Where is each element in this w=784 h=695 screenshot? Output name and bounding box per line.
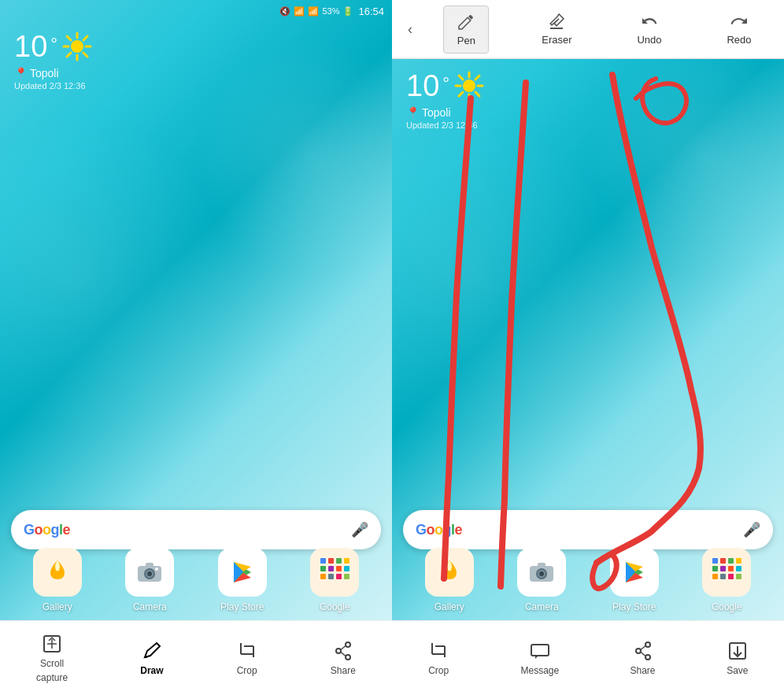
- weather-updated: Updated 2/3 12:36: [14, 81, 94, 91]
- svg-line-6: [83, 53, 87, 57]
- save-icon-right: [727, 640, 749, 662]
- status-bar-left: 🔇 📶 📶 53% 🔋 16:54: [0, 0, 392, 22]
- message-tool-right[interactable]: Message: [511, 634, 568, 682]
- battery-icon: 🔋: [342, 6, 353, 17]
- share-label-right: Share: [630, 665, 655, 676]
- degree-symbol: °: [50, 35, 57, 55]
- temp-value: 10: [14, 30, 47, 64]
- degree-symbol-right: °: [442, 74, 449, 94]
- svg-rect-65: [728, 574, 734, 579]
- crop-tool-right[interactable]: Crop: [418, 634, 459, 682]
- mute-icon: 🔇: [279, 6, 290, 17]
- save-label-right: Save: [727, 665, 748, 676]
- message-label-right: Message: [520, 665, 559, 676]
- svg-rect-24: [328, 574, 334, 579]
- draw-tool[interactable]: Draw: [131, 634, 172, 682]
- crop-tool-left[interactable]: Crop: [227, 634, 268, 682]
- svg-point-74: [645, 655, 650, 660]
- app-grid-right: Gallery Camera: [403, 548, 773, 612]
- pen-icon: [457, 13, 475, 31]
- app-gallery-left[interactable]: Gallery: [26, 548, 89, 612]
- eraser-tool[interactable]: Eraser: [529, 6, 584, 54]
- location-row-right: 📍 Topoli: [406, 106, 486, 119]
- redo-tool[interactable]: Redo: [714, 6, 764, 54]
- scroll-capture-tool[interactable]: Scroll capture: [27, 627, 77, 689]
- pen-label: Pen: [457, 35, 475, 46]
- camera-label-right: Camera: [525, 601, 559, 612]
- camera-label-left: Camera: [133, 601, 167, 612]
- undo-label: Undo: [637, 34, 661, 46]
- share-icon-right: [632, 640, 654, 662]
- svg-line-48: [475, 76, 479, 79]
- svg-rect-26: [344, 574, 349, 579]
- app-camera-right[interactable]: Camera: [510, 548, 573, 612]
- svg-line-7: [83, 36, 87, 40]
- pen-tool[interactable]: Pen: [443, 6, 489, 54]
- svg-line-46: [459, 76, 463, 79]
- svg-rect-59: [712, 566, 718, 571]
- playstore-icon-right: [610, 548, 659, 597]
- svg-rect-21: [336, 566, 342, 571]
- location-pin-icon: 📍: [14, 67, 28, 79]
- location-pin-icon-right: 📍: [406, 106, 420, 119]
- right-panel: ‹ Pen Eraser Undo: [392, 0, 784, 695]
- screenshot-toolbar-right: Crop Message Share S: [392, 620, 784, 695]
- app-playstore-left[interactable]: Play Store: [211, 548, 274, 612]
- undo-tool[interactable]: Undo: [624, 6, 674, 54]
- playstore-icon-left: [218, 548, 267, 597]
- location-name-right: Topoli: [422, 106, 451, 119]
- eraser-icon: [547, 12, 566, 31]
- svg-rect-55: [712, 558, 718, 564]
- google-apps-label-right: Google: [712, 601, 742, 612]
- svg-point-37: [346, 655, 350, 660]
- top-toolbar-right: ‹ Pen Eraser Undo: [392, 0, 784, 59]
- gallery-label-right: Gallery: [435, 601, 464, 612]
- svg-rect-57: [728, 558, 734, 564]
- toolbar-back-btn[interactable]: ‹: [392, 21, 423, 38]
- app-google-left[interactable]: Google: [303, 548, 366, 612]
- svg-rect-61: [728, 566, 734, 571]
- save-tool-right[interactable]: Save: [717, 634, 758, 682]
- svg-line-49: [459, 92, 463, 96]
- camera-icon-left: [125, 548, 174, 597]
- google-apps-icon-left: [310, 548, 359, 597]
- playstore-label-right: Play Store: [612, 601, 656, 612]
- google-search-bar-right[interactable]: Google 🎤: [403, 510, 773, 549]
- app-grid-left: Gallery Camera: [11, 548, 381, 612]
- share-label-left: Share: [331, 665, 356, 676]
- mic-icon-left[interactable]: 🎤: [351, 521, 368, 538]
- message-icon-right: [529, 640, 551, 662]
- svg-rect-56: [720, 558, 726, 564]
- app-playstore-right[interactable]: Play Store: [603, 548, 666, 612]
- svg-point-41: [463, 79, 475, 92]
- battery-text: 53%: [322, 6, 339, 16]
- wifi-icon: 📶: [294, 6, 305, 17]
- svg-rect-60: [720, 566, 726, 571]
- svg-rect-16: [328, 558, 334, 564]
- share-tool-right[interactable]: Share: [620, 634, 664, 682]
- svg-rect-13: [146, 563, 153, 567]
- mic-icon-right[interactable]: 🎤: [743, 521, 760, 538]
- weather-widget-left: 10 ° 📍 Topoli Updated 2/3 12:3: [14, 30, 94, 91]
- share-tool-left[interactable]: Share: [321, 634, 365, 682]
- app-camera-left[interactable]: Camera: [118, 548, 181, 612]
- crop-icon-right: [427, 640, 449, 662]
- google-search-bar-left[interactable]: Google 🎤: [11, 510, 381, 549]
- app-gallery-right[interactable]: Gallery: [418, 548, 481, 612]
- svg-rect-23: [320, 574, 326, 579]
- crop-label-right: Crop: [428, 665, 449, 676]
- redo-label: Redo: [727, 34, 751, 46]
- svg-point-0: [71, 40, 83, 53]
- svg-rect-71: [531, 645, 549, 656]
- location-name: Topoli: [30, 67, 59, 79]
- gallery-icon-right: [425, 548, 474, 597]
- svg-rect-17: [336, 558, 342, 564]
- svg-line-8: [67, 53, 71, 57]
- screenshot-toolbar-left: Scroll capture Draw Crop: [0, 620, 392, 695]
- svg-point-53: [539, 571, 544, 576]
- temp-value-right: 10: [406, 69, 439, 103]
- scroll-capture-label2: capture: [36, 672, 68, 683]
- google-apps-icon-right: [702, 548, 751, 597]
- app-google-right[interactable]: Google: [695, 548, 758, 612]
- google-apps-label-left: Google: [320, 601, 350, 612]
